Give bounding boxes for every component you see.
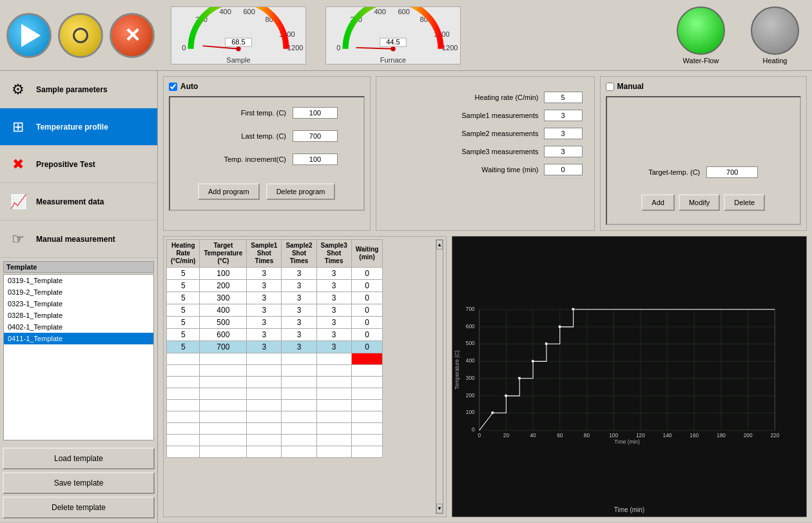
- svg-text:300: 300: [466, 375, 475, 381]
- table-row-empty: [167, 423, 383, 435]
- table-cell-empty: [247, 400, 282, 411]
- sample1-input[interactable]: [544, 110, 583, 121]
- table-row-empty: [167, 411, 383, 423]
- table-row[interactable]: 52003330: [167, 280, 383, 292]
- template-list-item[interactable]: 0328-1_Template: [4, 310, 153, 321]
- svg-text:20: 20: [503, 432, 510, 439]
- first-temp-input[interactable]: [293, 107, 338, 119]
- save-template-button[interactable]: Save template: [3, 472, 155, 494]
- bottom-panels-row: HeatingRate(°C/min) TargetTemperature(°C…: [163, 236, 807, 517]
- furnace-gauge: 0 200 400 600 800 1000 1200 44.5 Furnace: [325, 6, 461, 64]
- delete-template-button[interactable]: Delete template: [3, 497, 155, 518]
- table-cell: 3: [282, 304, 316, 317]
- table-row[interactable]: 54003330: [167, 304, 383, 317]
- temp-increment-label: Temp. increment(C): [183, 155, 286, 163]
- svg-text:44.5: 44.5: [386, 38, 400, 46]
- data-table: HeatingRate(°C/min) TargetTemperature(°C…: [166, 239, 383, 458]
- template-list-item[interactable]: 0319-1_Template: [4, 275, 153, 286]
- table-cell-empty: [167, 377, 200, 388]
- svg-line-18: [356, 47, 393, 48]
- play-button[interactable]: [6, 13, 52, 58]
- cancel-button[interactable]: ✕: [110, 13, 155, 58]
- svg-text:200: 200: [744, 432, 753, 439]
- manual-delete-button[interactable]: Delete: [724, 194, 765, 211]
- table-row[interactable]: 56003330: [167, 329, 383, 341]
- svg-rect-67: [518, 377, 520, 379]
- table-cell: 3: [247, 304, 282, 317]
- stop-button[interactable]: [58, 13, 103, 58]
- template-list-item[interactable]: 0411-1_Template: [4, 333, 153, 344]
- table-panel: HeatingRate(°C/min) TargetTemperature(°C…: [163, 236, 447, 517]
- table-cell-empty: [316, 400, 351, 411]
- first-temp-label: First temp. (C): [183, 109, 286, 117]
- sample3-input[interactable]: [544, 146, 583, 157]
- template-list-item[interactable]: 0402-1_Template: [4, 321, 153, 333]
- manual-add-button[interactable]: Add: [641, 194, 675, 211]
- table-cell: 3: [316, 317, 351, 329]
- table-cell-empty: [247, 446, 282, 458]
- sample2-input[interactable]: [544, 128, 583, 139]
- heating-indicator: Heating: [751, 6, 799, 64]
- water-flow-circle: [677, 6, 725, 55]
- waiting-time-input[interactable]: [544, 164, 583, 175]
- table-scroll-area[interactable]: HeatingRate(°C/min) TargetTemperature(°C…: [166, 239, 436, 514]
- temp-increment-input[interactable]: [293, 153, 338, 165]
- svg-point-19: [391, 46, 395, 51]
- auto-params: First temp. (C) Last temp. (C) Temp. inc…: [169, 96, 365, 211]
- table-cell: 3: [247, 329, 282, 341]
- svg-text:600: 600: [243, 8, 255, 15]
- sidebar-item-measurement-data[interactable]: 📈 Measurement data: [0, 183, 157, 221]
- sidebar-item-sample-parameters[interactable]: ⚙ Sample parameters: [0, 71, 157, 108]
- table-cell: 3: [316, 280, 351, 292]
- table-row[interactable]: 53003330: [167, 292, 383, 304]
- table-cell: 5: [167, 292, 200, 304]
- table-cell: 3: [316, 268, 351, 280]
- template-list[interactable]: 0319-1_Template0319-2_Template0323-1_Tem…: [3, 274, 154, 440]
- svg-rect-68: [532, 360, 534, 362]
- table-cell-empty: [200, 423, 247, 435]
- scroll-up-button[interactable]: ▲: [436, 240, 443, 250]
- svg-text:500: 500: [466, 340, 475, 346]
- table-cell: 0: [351, 317, 383, 329]
- table-row[interactable]: 57003330: [167, 341, 383, 353]
- last-temp-input[interactable]: [293, 130, 338, 142]
- table-cell-empty: [282, 423, 316, 435]
- manual-checkbox[interactable]: [606, 83, 614, 91]
- manual-modify-button[interactable]: Modify: [679, 194, 720, 211]
- table-scrollbar[interactable]: ▲ ▼: [436, 239, 443, 514]
- heating-rate-input[interactable]: [544, 92, 583, 103]
- svg-point-8: [236, 46, 240, 51]
- add-program-button[interactable]: Add program: [198, 183, 260, 200]
- hand-icon: ☞: [5, 226, 31, 252]
- auto-panel-header: Auto: [169, 82, 365, 91]
- sidebar-item-prepositive-test[interactable]: ✖ Prepositive Test: [0, 146, 157, 183]
- sample3-label: Sample3 measurements: [388, 148, 539, 155]
- template-list-item[interactable]: 0319-2_Template: [4, 286, 153, 298]
- auto-checkbox[interactable]: [169, 83, 177, 91]
- last-temp-row: Last temp. (C): [183, 130, 351, 142]
- table-cell-empty: [282, 435, 316, 446]
- sidebar-item-temperature-profile[interactable]: ⊞ Temperature profile: [0, 108, 157, 146]
- heating-params-panel: Heating rate (C/min) Sample1 measurement…: [376, 76, 595, 231]
- sidebar-item-manual-measurement[interactable]: ☞ Manual measurement: [0, 221, 157, 258]
- table-cell-empty: [247, 353, 282, 365]
- table-cell-empty: [282, 446, 316, 458]
- table-cell-empty: [167, 423, 200, 435]
- table-cell-empty: [167, 446, 200, 458]
- table-cell: 0: [351, 292, 383, 304]
- load-template-button[interactable]: Load template: [3, 448, 155, 469]
- template-list-item[interactable]: 0323-1_Template: [4, 298, 153, 310]
- sample-gauge-container: 0 200 400 600 800 1000 1200 68.5 Sample: [171, 6, 306, 64]
- table-cell-empty: [351, 388, 383, 400]
- table-row[interactable]: 51003330: [167, 268, 383, 280]
- table-cell-empty: [200, 400, 247, 411]
- table-row[interactable]: 55003330: [167, 317, 383, 329]
- waiting-time-label: Waiting time (min): [388, 166, 539, 173]
- table-cell: 3: [316, 341, 351, 353]
- scroll-down-button[interactable]: ▼: [436, 504, 443, 513]
- target-temp-input[interactable]: [706, 166, 758, 178]
- delete-program-button[interactable]: Delete program: [266, 183, 336, 200]
- sample-gauge: 0 200 400 600 800 1000 1200 68.5 Sample: [171, 6, 306, 64]
- svg-text:700: 700: [466, 306, 475, 312]
- table-cell: 5: [167, 268, 200, 280]
